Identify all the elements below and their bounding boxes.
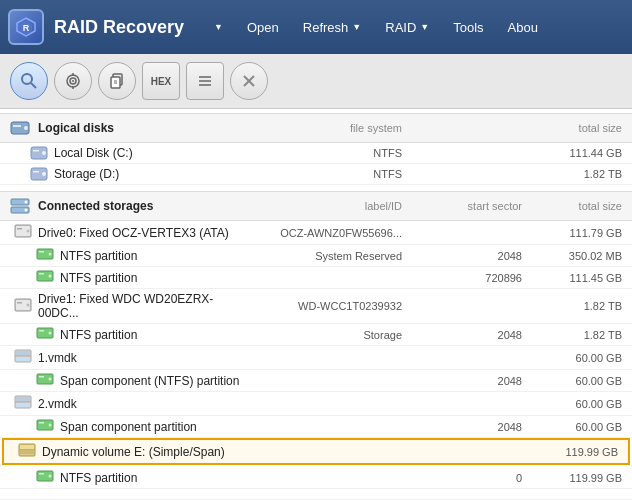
search-button[interactable]	[10, 62, 48, 100]
svg-line-4	[31, 83, 36, 88]
list-item[interactable]: Drive0: Fixed OCZ-VERTEX3 (ATA) OCZ-AWNZ…	[0, 221, 632, 245]
svg-point-38	[49, 253, 52, 256]
svg-rect-40	[39, 273, 44, 275]
svg-rect-37	[39, 251, 44, 253]
item-name: Drive1: Fixed WDC WD20EZRX-00DC...	[14, 292, 252, 320]
item-name: NTFS partition	[36, 470, 252, 485]
label-col-header: label/ID	[252, 200, 402, 212]
item-size: 111.79 GB	[522, 227, 622, 239]
storage-size-col-header: total size	[522, 200, 622, 212]
fs-col-header: file system	[252, 122, 402, 134]
disk-icon	[30, 167, 48, 181]
logical-disks-header: Logical disks file system total size	[0, 113, 632, 143]
copy-button[interactable]	[98, 62, 136, 100]
item-name: Drive0: Fixed OCZ-VERTEX3 (ATA)	[14, 224, 252, 241]
svg-point-55	[49, 378, 52, 381]
svg-point-35	[27, 230, 30, 233]
refresh-arrow-icon: ▼	[352, 22, 361, 32]
svg-point-62	[49, 424, 52, 427]
menu-tools[interactable]: Tools	[443, 14, 493, 41]
vmdk-icon	[14, 395, 32, 412]
list-item[interactable]: Local Disk (C:) NTFS 111.44 GB	[0, 143, 632, 164]
partition-icon	[36, 327, 54, 342]
svg-point-21	[24, 126, 28, 130]
item-name: NTFS partition	[36, 248, 252, 263]
item-name: Span component partition	[36, 419, 252, 434]
list-item[interactable]: NTFS partition Storage 2048 1.82 TB	[0, 324, 632, 346]
item-name: NTFS partition	[36, 327, 252, 342]
vmdk-icon	[14, 349, 32, 366]
list-item[interactable]: NTFS partition 720896 111.45 GB	[0, 267, 632, 289]
sector-col-header: start sector	[402, 200, 522, 212]
svg-rect-64	[20, 445, 34, 449]
list-button[interactable]	[186, 62, 224, 100]
list-item[interactable]: NTFS partition 0 119.99 GB	[0, 467, 632, 489]
item-size: 60.00 GB	[522, 398, 622, 410]
item-sector: 2048	[402, 329, 522, 341]
menu-open[interactable]: Open	[237, 14, 289, 41]
svg-rect-54	[39, 376, 44, 378]
item-name: NTFS partition	[36, 270, 252, 285]
storage-icon	[10, 198, 30, 214]
app-title: RAID Recovery	[54, 17, 184, 38]
menu-raid[interactable]: RAID ▼	[375, 14, 439, 41]
list-item[interactable]: Storage (D:) NTFS 1.82 TB	[0, 164, 632, 185]
partition-icon	[36, 373, 54, 388]
item-sector: 2048	[402, 375, 522, 387]
list-item[interactable]: Span component partition 2048 60.00 GB	[0, 416, 632, 438]
item-size: 60.00 GB	[522, 375, 622, 387]
item-name: 2.vmdk	[14, 395, 252, 412]
svg-point-41	[49, 275, 52, 278]
disk-size: 111.44 GB	[522, 147, 622, 159]
item-size: 60.00 GB	[522, 352, 622, 364]
menu-bar: ▼ Open Refresh ▼ RAID ▼ Tools Abou	[204, 14, 624, 41]
menu-refresh[interactable]: Refresh ▼	[293, 14, 371, 41]
disk-fs: NTFS	[252, 147, 402, 159]
item-size: 1.82 TB	[522, 300, 622, 312]
item-size: 119.99 GB	[522, 472, 622, 484]
scan-button[interactable]	[54, 62, 92, 100]
drive-icon	[14, 298, 32, 315]
item-sector: 2048	[402, 421, 522, 433]
svg-rect-58	[16, 403, 30, 407]
main-content: Logical disks file system total size Loc…	[0, 109, 632, 499]
svg-point-7	[72, 80, 74, 82]
item-size: 119.99 GB	[518, 446, 618, 458]
close-x-button[interactable]	[230, 62, 268, 100]
item-label: Storage	[252, 329, 402, 341]
menu-about[interactable]: Abou	[498, 14, 548, 41]
disk-name: Storage (D:)	[30, 167, 252, 181]
item-name: Span component (NTFS) partition	[36, 373, 252, 388]
svg-rect-23	[33, 150, 39, 152]
list-item[interactable]: 1.vmdk 60.00 GB	[0, 346, 632, 370]
item-size: 60.00 GB	[522, 421, 622, 433]
svg-point-31	[25, 209, 28, 212]
partition-icon	[36, 470, 54, 485]
list-item[interactable]: Span component (NTFS) partition 2048 60.…	[0, 370, 632, 392]
drive-icon	[14, 224, 32, 241]
disk-name: Local Disk (C:)	[30, 146, 252, 160]
svg-rect-20	[13, 125, 21, 127]
svg-rect-61	[39, 422, 44, 424]
hex-button[interactable]: HEX	[142, 62, 180, 100]
item-sector: 2048	[402, 250, 522, 262]
partition-icon	[36, 270, 54, 285]
storage-list: Drive0: Fixed OCZ-VERTEX3 (ATA) OCZ-AWNZ…	[0, 221, 632, 489]
svg-point-3	[22, 74, 32, 84]
list-item[interactable]: NTFS partition System Reserved 2048 350.…	[0, 245, 632, 267]
menu-dropdown-arrow[interactable]: ▼	[204, 16, 233, 38]
item-name: Dynamic volume E: (Simple/Span)	[18, 443, 248, 460]
disk-icon	[30, 146, 48, 160]
item-size: 350.02 MB	[522, 250, 622, 262]
svg-rect-26	[33, 171, 39, 173]
logical-disks-title: Logical disks	[10, 120, 252, 136]
disk-size: 1.82 TB	[522, 168, 622, 180]
toolbar: HEX	[0, 54, 632, 109]
item-sector: 720896	[402, 272, 522, 284]
list-item[interactable]: Dynamic volume E: (Simple/Span) 119.99 G…	[2, 438, 630, 465]
item-sector: 0	[402, 472, 522, 484]
list-item[interactable]: Drive1: Fixed WDC WD20EZRX-00DC... WD-WC…	[0, 289, 632, 324]
partition-icon	[36, 248, 54, 263]
item-name: 1.vmdk	[14, 349, 252, 366]
list-item[interactable]: 2.vmdk 60.00 GB	[0, 392, 632, 416]
